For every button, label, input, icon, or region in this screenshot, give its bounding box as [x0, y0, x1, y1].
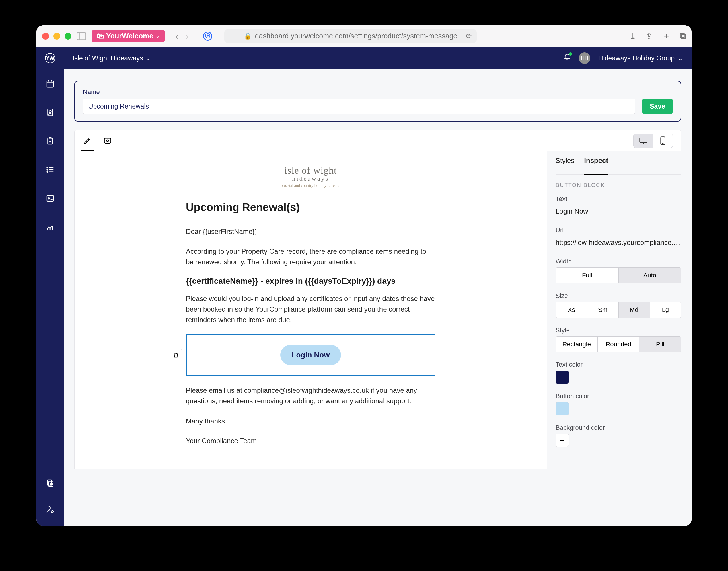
email-paragraph-1: According to your Property Care record, … — [186, 246, 435, 267]
toolbar-right: ⤓ ⇪ ＋ ⧉ — [629, 30, 686, 42]
svg-rect-22 — [47, 480, 52, 485]
property-name: Isle of Wight Hideaways — [73, 54, 143, 62]
style-pill[interactable]: Pill — [639, 337, 681, 352]
size-segmented: Xs Sm Md Lg — [556, 302, 681, 318]
share-icon[interactable]: ⇪ — [646, 31, 653, 41]
width-segmented: Full Auto — [556, 267, 681, 283]
new-tab-icon[interactable]: ＋ — [662, 30, 671, 42]
svg-point-14 — [47, 169, 48, 170]
email-paragraph-4: Many thanks. — [186, 416, 435, 426]
size-md[interactable]: Md — [619, 302, 650, 318]
mobile-view-button[interactable] — [653, 134, 673, 148]
main-content: Name Save — [64, 69, 692, 526]
bag-icon: 🛍 — [97, 32, 104, 40]
email-title: Upcoming Renewal(s) — [186, 201, 435, 214]
preview-mode-tab[interactable] — [103, 134, 112, 147]
sidebar-clipboard-icon[interactable] — [45, 136, 55, 146]
sidebar — [36, 69, 64, 526]
lock-icon: 🔒 — [244, 32, 252, 40]
text-field[interactable]: Login Now — [556, 205, 681, 218]
email-greeting: Dear {{userFirstName}} — [186, 226, 435, 237]
svg-rect-2 — [47, 81, 54, 88]
avatar[interactable]: HH — [579, 52, 590, 64]
window-controls — [42, 33, 71, 39]
name-label: Name — [83, 88, 635, 96]
close-window-icon[interactable] — [42, 33, 49, 39]
app-logo[interactable]: YW — [45, 53, 55, 63]
sidebar-analytics-icon[interactable] — [45, 222, 55, 232]
url-text: dashboard.yourwelcome.com/settings/produ… — [255, 32, 458, 40]
svg-point-27 — [107, 140, 108, 142]
width-full[interactable]: Full — [556, 268, 619, 283]
section-title: BUTTON BLOCK — [556, 182, 681, 188]
sidebar-bottom — [45, 478, 55, 515]
svg-rect-16 — [47, 196, 54, 201]
bgcolor-label: Background color — [556, 424, 681, 431]
sidebar-image-icon[interactable] — [45, 193, 55, 204]
property-selector[interactable]: Isle of Wight Hideaways ⌄ — [73, 54, 151, 62]
inspector-panel: Styles Inspect BUTTON BLOCK Text Login N… — [547, 151, 681, 469]
size-sm[interactable]: Sm — [587, 302, 618, 318]
sidebar-calendar-icon[interactable] — [45, 79, 55, 89]
size-xs[interactable]: Xs — [556, 302, 587, 318]
sidebar-toggle-icon[interactable] — [77, 32, 86, 40]
app-header: YW Isle of Wight Hideaways ⌄ HH Hideaway… — [36, 47, 692, 69]
forward-button[interactable]: › — [186, 30, 189, 41]
style-label: Style — [556, 327, 681, 334]
save-button[interactable]: Save — [642, 99, 673, 114]
buttoncolor-label: Button color — [556, 392, 681, 400]
style-rounded[interactable]: Rounded — [598, 337, 640, 352]
svg-point-32 — [663, 143, 663, 144]
width-auto[interactable]: Auto — [619, 268, 681, 283]
group-name: Hideaways Holiday Group — [598, 54, 675, 62]
text-label: Text — [556, 195, 681, 203]
svg-rect-26 — [104, 138, 111, 143]
onepassword-icon[interactable]: ⦿ — [203, 31, 212, 41]
bgcolor-add[interactable]: + — [556, 434, 569, 447]
downloads-icon[interactable]: ⤓ — [629, 31, 636, 41]
extension-yourwelcome[interactable]: 🛍 YourWelcome ⌄ — [92, 30, 165, 42]
svg-point-24 — [48, 506, 51, 509]
name-input[interactable] — [83, 99, 635, 114]
sidebar-user-settings-icon[interactable] — [45, 504, 55, 515]
textcolor-swatch[interactable] — [556, 371, 569, 384]
button-block[interactable]: Login Now — [186, 334, 435, 376]
svg-point-13 — [47, 167, 48, 168]
url-label: Url — [556, 226, 681, 234]
chevron-down-icon: ⌄ — [156, 33, 160, 39]
group-selector[interactable]: Hideaways Holiday Group ⌄ — [598, 54, 683, 62]
textcolor-label: Text color — [556, 361, 681, 368]
buttoncolor-swatch[interactable] — [556, 402, 569, 415]
panel-tabs: Styles Inspect — [556, 151, 681, 175]
sidebar-sync-icon[interactable] — [45, 478, 55, 488]
desktop-view-button[interactable] — [634, 134, 653, 148]
tab-styles[interactable]: Styles — [556, 156, 574, 169]
sidebar-contact-icon[interactable] — [45, 107, 55, 118]
tabs-icon[interactable]: ⧉ — [680, 31, 686, 41]
email-canvas: isle of wight hideaways coastal and coun… — [74, 151, 547, 469]
size-lg[interactable]: Lg — [650, 302, 681, 318]
sidebar-list-icon[interactable] — [45, 164, 55, 175]
refresh-icon[interactable]: ⟳ — [466, 32, 472, 40]
maximize-window-icon[interactable] — [65, 33, 71, 39]
email-signature: Your Compliance Team — [186, 435, 435, 446]
email-logo: isle of wight hideaways coastal and coun… — [186, 165, 435, 188]
tab-inspect[interactable]: Inspect — [584, 156, 608, 175]
edit-mode-tab[interactable] — [83, 134, 92, 147]
delete-block-button[interactable] — [170, 349, 182, 361]
login-now-button[interactable]: Login Now — [280, 345, 341, 365]
notifications-icon[interactable] — [563, 53, 571, 63]
style-segmented: Rectangle Rounded Pill — [556, 336, 681, 352]
back-button[interactable]: ‹ — [175, 30, 178, 41]
notification-badge — [569, 52, 572, 55]
minimize-window-icon[interactable] — [53, 33, 60, 39]
address-bar[interactable]: 🔒 dashboard.yourwelcome.com/settings/pro… — [224, 29, 477, 43]
header-right: HH Hideaways Holiday Group ⌄ — [563, 52, 683, 64]
url-field[interactable]: https://iow-hideaways.yourcompliance.com — [556, 236, 681, 249]
logo-line3: coastal and country holiday retreats — [186, 184, 435, 188]
size-label: Size — [556, 292, 681, 300]
style-rectangle[interactable]: Rectangle — [556, 337, 598, 352]
editor-toolbar — [74, 130, 681, 151]
browser-titlebar: 🛍 YourWelcome ⌄ ‹ › ⦿ 🔒 dashboard.yourwe… — [36, 25, 692, 47]
svg-point-7 — [49, 111, 51, 113]
